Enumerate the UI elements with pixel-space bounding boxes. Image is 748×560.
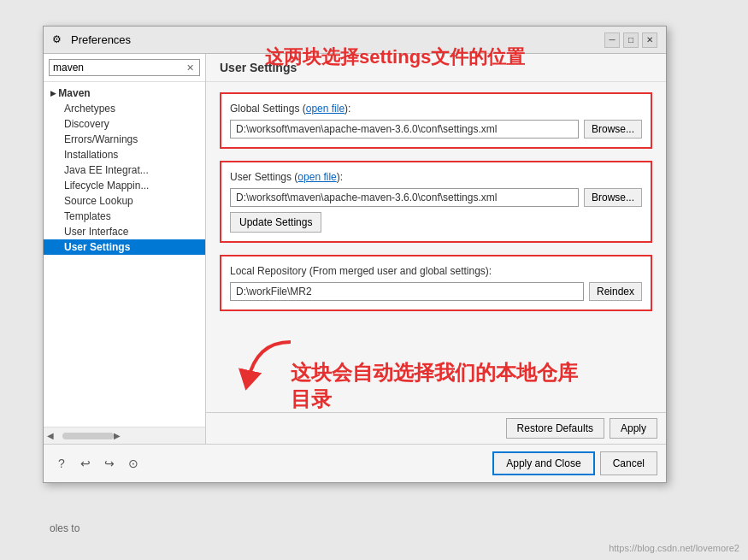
sidebar-item-java-ee[interactable]: Java EE Integrat... <box>44 162 205 178</box>
search-bar: ✕ <box>44 54 205 82</box>
watermark: https://blog.csdn.net/lovemore2 <box>609 543 739 553</box>
tree-area: ▸ Maven Archetypes Discovery Errors/Warn… <box>44 82 205 427</box>
annotation-bottom: 这块会自动选择我们的本地仓库 目录 <box>291 359 578 412</box>
global-open-file-link[interactable]: open file <box>306 103 345 115</box>
global-browse-button[interactable]: Browse... <box>584 120 642 139</box>
sidebar-item-source-lookup[interactable]: Source Lookup <box>44 193 205 209</box>
sidebar-item-discovery[interactable]: Discovery <box>44 116 205 132</box>
global-settings-label: Global Settings (open file): <box>230 103 642 115</box>
global-settings-path-input[interactable] <box>230 120 579 139</box>
search-input[interactable] <box>53 62 185 74</box>
apply-button[interactable]: Apply <box>610 418 657 439</box>
annotation-top: 这两块选择settings文件的位置 <box>265 44 525 70</box>
panel-bottom-bar: Restore Defaults Apply <box>206 412 666 444</box>
user-settings-section: User Settings (open file): Browse... Upd… <box>220 161 652 243</box>
search-input-wrap: ✕ <box>49 59 200 76</box>
user-open-file-link[interactable]: open file <box>297 171 336 183</box>
repo-label: Local Repository (From merged user and g… <box>230 265 642 277</box>
preferences-dialog: ⚙ Preferences ─ □ ✕ ✕ ▸ Maven Archetypes… <box>43 26 667 483</box>
sidebar-item-user-interface[interactable]: User Interface <box>44 224 205 239</box>
user-browse-button[interactable]: Browse... <box>584 188 642 207</box>
sidebar-item-maven[interactable]: ▸ Maven <box>44 85 205 101</box>
apply-and-close-button[interactable]: Apply and Close <box>492 451 594 475</box>
help-icon[interactable]: ? <box>52 454 71 473</box>
sidebar-nav-left[interactable]: ◀ <box>47 431 54 440</box>
sidebar-item-lifecycle[interactable]: Lifecycle Mappin... <box>44 178 205 193</box>
sidebar: ✕ ▸ Maven Archetypes Discovery Errors/Wa… <box>44 54 206 444</box>
title-controls: ─ □ ✕ <box>604 32 657 48</box>
sidebar-bottom: ◀ ▶ <box>44 427 205 444</box>
cancel-button[interactable]: Cancel <box>600 451 657 475</box>
minimize-button[interactable]: ─ <box>604 32 620 48</box>
sidebar-item-errors[interactable]: Errors/Warnings <box>44 132 205 147</box>
global-settings-section: Global Settings (open file): Browse... <box>220 92 652 149</box>
dialog-title: Preferences <box>71 33 131 46</box>
user-settings-label: User Settings (open file): <box>230 171 642 183</box>
local-repo-section: Local Repository (From merged user and g… <box>220 255 652 311</box>
import-icon[interactable]: ↩ <box>76 454 95 473</box>
sidebar-item-installations[interactable]: Installations <box>44 147 205 162</box>
sidebar-scrollbar[interactable] <box>62 433 114 439</box>
link-icon[interactable]: ⊙ <box>124 454 143 473</box>
sidebar-item-templates[interactable]: Templates <box>44 209 205 224</box>
user-settings-row: Browse... <box>230 188 642 207</box>
footer-right-buttons: Apply and Close Cancel <box>492 451 657 475</box>
preferences-icon: ⚙ <box>52 33 66 47</box>
export-icon[interactable]: ↪ <box>100 454 119 473</box>
sidebar-item-archetypes[interactable]: Archetypes <box>44 101 205 116</box>
clear-search-button[interactable]: ✕ <box>185 62 196 74</box>
repo-row: Reindex <box>230 282 642 301</box>
global-settings-row: Browse... <box>230 120 642 139</box>
update-settings-button[interactable]: Update Settings <box>230 212 321 233</box>
restore-defaults-button[interactable]: Restore Defaults <box>506 418 604 439</box>
user-settings-path-input[interactable] <box>230 188 579 207</box>
bottom-left-text: oles to <box>50 522 80 534</box>
reindex-button[interactable]: Reindex <box>589 282 642 301</box>
title-bar-left: ⚙ Preferences <box>52 33 131 47</box>
maximize-button[interactable]: □ <box>623 32 639 48</box>
repo-path-input[interactable] <box>230 282 584 301</box>
footer-left-icons: ? ↩ ↪ ⊙ <box>52 454 143 473</box>
sidebar-item-user-settings[interactable]: User Settings <box>44 239 205 255</box>
sidebar-nav-right[interactable]: ▶ <box>114 431 121 440</box>
close-button[interactable]: ✕ <box>642 32 657 48</box>
dialog-footer: ? ↩ ↪ ⊙ Apply and Close Cancel <box>44 444 666 482</box>
arrow-icon <box>231 333 308 393</box>
